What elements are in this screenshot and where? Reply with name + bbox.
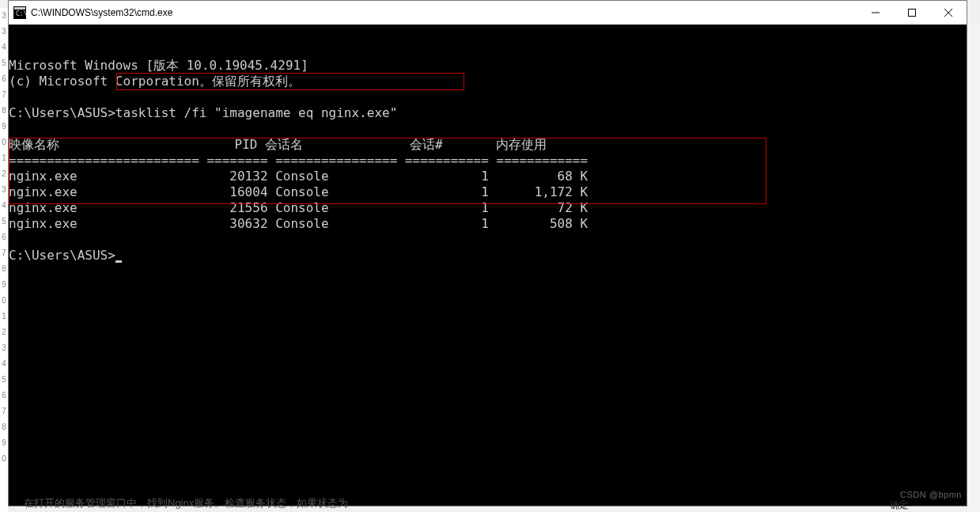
terminal-area[interactable]: Microsoft Windows [版本 10.0.19045.4291] (…: [9, 25, 967, 506]
window-titlebar[interactable]: C:\ C:\WINDOWS\system32\cmd.exe: [9, 1, 967, 25]
svg-rect-4: [909, 9, 916, 17]
window-title: C:\WINDOWS\system32\cmd.exe: [31, 7, 857, 18]
cmd-window: C:\ C:\WINDOWS\system32\cmd.exe Microsof…: [8, 0, 967, 506]
svg-rect-1: [14, 7, 25, 9]
cmd-icon: C:\: [13, 6, 26, 19]
close-button[interactable]: [930, 1, 967, 25]
minimize-button[interactable]: [857, 1, 894, 25]
terminal-cursor: [115, 260, 122, 263]
editor-line-number-gutter: 3 3 4 5 6 7 8 9 0 1 2 3 4 5 6 7 8 9 0 1 …: [0, 8, 8, 512]
watermark-text: CSDN @bpmn: [900, 487, 962, 503]
svg-text:C:\: C:\: [16, 10, 26, 17]
maximize-button[interactable]: [894, 1, 930, 25]
background-confirm-label: 确定: [890, 499, 909, 512]
background-article-text: 在打开的服务管理窗口中，找到Nginx服务。检查服务状态，如果状态为: [24, 496, 348, 510]
editor-right-edge: [967, 24, 980, 512]
